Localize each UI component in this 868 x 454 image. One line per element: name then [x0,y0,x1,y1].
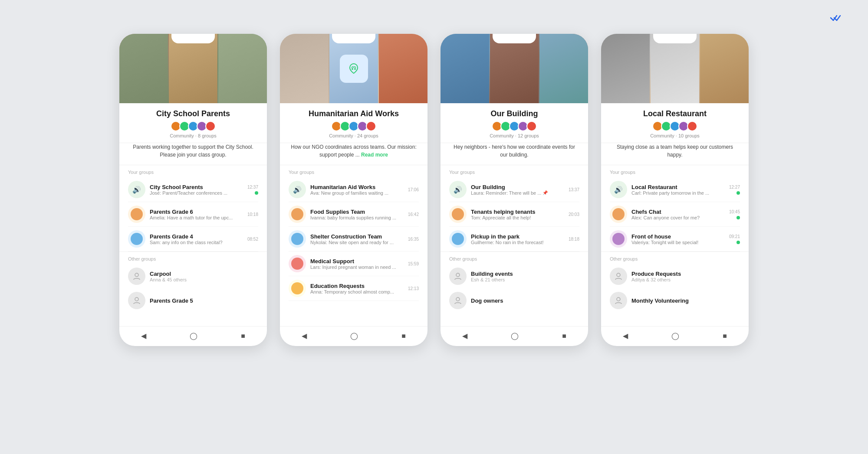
other-group-item[interactable]: Produce Requests Aditya & 32 others [610,264,740,288]
group-preview: Ava: New group of families waiting ... [310,190,404,196]
group-name: Chefs Chat [631,209,725,215]
nav-home-button[interactable]: ◯ [671,332,679,340]
svg-point-7 [617,297,620,301]
group-time: 12:37 [247,185,258,189]
phone-city-school: City School Parents Community · 8 groups… [119,34,267,346]
nav-recent-button[interactable]: ■ [401,332,406,340]
group-preview: Carl: Private party tomorrow in the ... [631,190,725,196]
group-avatar [289,255,306,272]
group-info: Our Building Laura: Reminder: There will… [471,184,564,196]
nav-recent-button[interactable]: ■ [723,332,727,340]
group-name: Parents Grade 6 [150,209,243,215]
community-meta: Community · 12 groups [449,133,579,138]
group-item[interactable]: 🔊 Our Building Laura: Reminder: There wi… [449,177,579,202]
other-group-item[interactable]: Dog owners [449,288,579,313]
group-info: Tenants helping tenants Tom: Appreciate … [471,209,564,220]
other-group-name: Parents Grade 5 [150,297,258,304]
community-desc: Staying close as a team helps keep our c… [610,143,740,159]
group-avatar: 🔊 [449,181,467,198]
group-info: City School Parents José: Parent/Teacher… [150,184,243,196]
other-group-item[interactable]: Monthly Volunteering [610,288,740,313]
unread-dot [736,191,740,195]
nav-back-button[interactable]: ◀ [462,332,467,340]
other-group-item[interactable]: Carpool Anna & 45 others [128,264,258,288]
community-desc: How our NGO coordinates across teams. Ou… [289,143,419,159]
nav-back-button[interactable]: ◀ [141,332,146,340]
phone-body: Local Restaurant Community · 10 groups S… [601,103,749,326]
group-info: Humanitarian Aid Works Ava: New group of… [310,184,404,196]
other-group-sub: Aditya & 32 others [631,277,740,282]
nav-back-button[interactable]: ◀ [623,332,628,340]
phone-humanitarian: Humanitarian Aid Works Community · 24 gr… [280,34,427,346]
nav-recent-button[interactable]: ■ [562,332,566,340]
group-item[interactable]: Education Requests Anna: Temporary schoo… [289,276,419,301]
svg-point-3 [354,68,356,70]
other-group-name: Building events [471,271,579,277]
group-info: Parents Grade 6 Amelia: Have a math tuto… [150,209,243,220]
group-item[interactable]: Pickup in the park Guilherme: No rain in… [449,227,579,251]
nav-back-button[interactable]: ◀ [302,332,307,340]
group-item[interactable]: Parents Grade 4 Sam: any info on the cla… [128,227,258,251]
your-groups-label: Your groups [128,170,258,175]
group-item[interactable]: 🔊 Humanitarian Aid Works Ava: New group … [289,177,419,202]
other-avatar [128,268,145,285]
other-avatar [610,292,627,309]
group-time: 12:13 [408,286,419,291]
other-group-info: Produce Requests Aditya & 32 others [631,271,740,282]
notch [493,34,536,43]
group-time: 16:35 [408,237,419,242]
nav-recent-button[interactable]: ■ [241,332,245,340]
nav-home-button[interactable]: ◯ [190,332,197,340]
group-avatar [289,280,306,297]
group-name: Shelter Construction Team [310,233,404,240]
group-item[interactable]: Tenants helping tenants Tom: Appreciate … [449,202,579,227]
other-group-name: Dog owners [471,297,579,304]
group-item[interactable]: Chefs Chat Alex: Can anyone cover for me… [610,202,740,227]
community-desc: Hey neighbors - here's how we coordinate… [449,143,579,159]
phone-nav: ◀ ◯ ■ [601,326,749,346]
group-preview: Amelia: Have a math tutor for the upc... [150,215,243,220]
other-avatar [610,268,627,285]
read-more-link[interactable]: Read more [361,152,388,158]
other-group-name: Produce Requests [631,271,740,277]
group-avatar [449,230,467,248]
other-avatar [449,268,467,285]
svg-point-0 [135,273,138,277]
your-groups-label: Your groups [610,170,740,175]
community-desc: Parents working together to support the … [128,143,258,159]
community-title: Humanitarian Aid Works [289,109,419,118]
nav-home-button[interactable]: ◯ [511,332,519,340]
group-item[interactable]: 🔊 City School Parents José: Parent/Teach… [128,177,258,202]
group-preview: Ivanna: baby formula supplies running ..… [310,215,404,220]
other-group-item[interactable]: Parents Grade 5 [128,288,258,313]
group-preview: Tom: Appreciate all the help! [471,215,564,220]
group-avatar: 🔊 [610,181,627,198]
header-image [280,34,427,103]
phone-body: City School Parents Community · 8 groups… [119,103,267,326]
group-item[interactable]: Parents Grade 6 Amelia: Have a math tuto… [128,202,258,227]
nav-home-button[interactable]: ◯ [350,332,358,340]
other-group-info: Parents Grade 5 [150,297,258,304]
group-name: Education Requests [310,283,404,289]
other-group-sub: Esh & 21 others [471,277,579,282]
group-name: Parents Grade 4 [150,233,243,240]
group-info: Parents Grade 4 Sam: any info on the cla… [150,233,243,245]
group-avatar [128,206,145,223]
group-item[interactable]: Shelter Construction Team Nykolai: New s… [289,227,419,251]
community-title: Local Restaurant [610,109,740,118]
community-meta: Community · 24 groups [289,133,419,138]
other-group-item[interactable]: Building events Esh & 21 others [449,264,579,288]
community-title: City School Parents [128,109,258,118]
group-item[interactable]: 🔊 Local Restaurant Carl: Private party t… [610,177,740,202]
group-item[interactable]: Front of house Valeriya: Tonight will be… [610,227,740,251]
group-item[interactable]: Food Supplies Team Ivanna: baby formula … [289,202,419,227]
unread-dot [255,191,258,195]
group-info: Chefs Chat Alex: Can anyone cover for me… [631,209,725,220]
phone-our-building: Our Building Community · 12 groups Hey n… [441,34,588,346]
community-meta: Community · 8 groups [128,133,258,138]
group-info: Shelter Construction Team Nykolai: New s… [310,233,404,245]
notch [653,34,697,43]
header-image [601,34,749,103]
group-name: Local Restaurant [631,184,725,190]
group-item[interactable]: Medical Support Lars: Injured pregnant w… [289,251,419,276]
